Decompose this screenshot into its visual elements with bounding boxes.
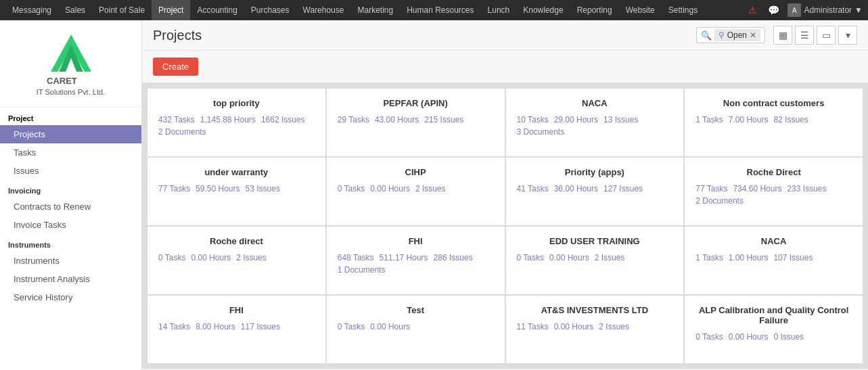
project-card[interactable]: FHI14 Tasks 8.00 Hours 117 Issues (147, 296, 325, 363)
project-title: PEPFAR (APIN) (338, 98, 494, 108)
nav-item-reporting[interactable]: Reporting (570, 0, 619, 20)
nav-item-knowledge[interactable]: Knowledge (516, 0, 570, 20)
project-title: under warranty (158, 167, 315, 177)
task-count: 41 Tasks (517, 184, 549, 193)
project-title: Non contract customers (695, 98, 852, 108)
project-stats: 11 Tasks 0.00 Hours 2 Issues (517, 322, 673, 331)
sidebar-item-tasks[interactable]: Tasks (0, 143, 141, 162)
nav-item-website[interactable]: Website (619, 0, 662, 20)
project-stats: 14 Tasks 8.00 Hours 117 Issues (158, 322, 315, 331)
project-card[interactable]: Roche Direct77 Tasks 734.60 Hours 233 Is… (685, 158, 863, 225)
project-title: Test (338, 305, 494, 315)
project-card[interactable]: under warranty77 Tasks 59.50 Hours 53 Is… (147, 158, 325, 225)
task-count: 1 Tasks (695, 253, 723, 262)
nav-item-settings[interactable]: Settings (662, 0, 704, 20)
sidebar-item-instrument-analysis[interactable]: Instrument Analysis (0, 270, 141, 288)
sidebar-item-invoice-tasks[interactable]: Invoice Tasks (0, 216, 141, 234)
view-kanban-button[interactable]: ▦ (773, 26, 792, 45)
project-title: CIHP (338, 167, 494, 177)
nav-item-hr[interactable]: Human Resources (400, 0, 480, 20)
admin-menu[interactable]: A Administrator ▼ (787, 3, 863, 17)
nav-item-purchases[interactable]: Purchases (244, 0, 296, 20)
task-count: 11 Tasks (517, 322, 549, 331)
nav-item-accounting[interactable]: Accounting (190, 0, 244, 20)
task-count: 14 Tasks (158, 322, 190, 331)
project-card[interactable]: top priority432 Tasks 1,145.88 Hours 166… (147, 89, 325, 156)
project-card[interactable]: Roche direct0 Tasks 0.00 Hours 2 Issues (147, 227, 325, 294)
nav-item-pos[interactable]: Point of Sale (92, 0, 152, 20)
doc-count: 3 Documents (517, 127, 673, 137)
doc-count: 1 Documents (338, 265, 494, 275)
project-stats: 77 Tasks 734.60 Hours 233 Issues (695, 184, 852, 193)
nav-item-messaging[interactable]: Messaging (5, 0, 58, 20)
project-card[interactable]: CIHP0 Tasks 0.00 Hours 2 Issues (327, 158, 505, 225)
project-card[interactable]: NACA10 Tasks 29.00 Hours 13 Issues3 Docu… (506, 89, 684, 156)
logo-area: CARET IT Solutions Pvt. Ltd. (0, 20, 141, 108)
nav-item-project[interactable]: Project (152, 0, 190, 20)
nav-item-warehouse[interactable]: Warehouse (296, 0, 351, 20)
sidebar-item-issues[interactable]: Issues (0, 162, 141, 180)
project-card[interactable]: Priority (apps)41 Tasks 36.00 Hours 127 … (506, 158, 684, 225)
project-stats: 0 Tasks 0.00 Hours (338, 322, 494, 331)
project-card[interactable]: ALP Calibration and Quality Control Fail… (685, 296, 863, 363)
project-title: Roche Direct (695, 167, 852, 177)
issue-count: 127 Issues (603, 184, 643, 193)
project-card[interactable]: Non contract customers1 Tasks 7.00 Hours… (685, 89, 863, 156)
admin-label: Administrator (804, 5, 852, 15)
sidebar-item-service-history[interactable]: Service History (0, 288, 141, 306)
top-nav-right: ⚠ 💬 A Administrator ▼ (746, 3, 863, 17)
content-header: Projects 🔍 ⚲ Open ✕ ▦ ☰ ▭ ▾ (142, 20, 868, 51)
filter-close-icon[interactable]: ✕ (750, 30, 756, 40)
sidebar-item-projects[interactable]: Projects (0, 125, 141, 143)
sidebar-section-invoicing: Invoicing Contracts to Renew Invoice Tas… (0, 180, 141, 234)
sidebar-item-contracts[interactable]: Contracts to Renew (0, 198, 141, 216)
task-count: 432 Tasks (158, 115, 195, 124)
project-stats: 0 Tasks 0.00 Hours 2 Issues (338, 184, 494, 193)
project-title: Roche direct (158, 236, 315, 246)
task-count: 10 Tasks (517, 115, 549, 124)
view-list-button[interactable]: ☰ (795, 26, 814, 45)
search-icon: 🔍 (701, 30, 712, 41)
nav-item-lunch[interactable]: Lunch (481, 0, 517, 20)
hours-count: 511.17 Hours (380, 253, 428, 262)
issue-count: 117 Issues (241, 322, 280, 331)
chat-icon[interactable]: 💬 (765, 5, 782, 16)
project-card[interactable]: EDD USER TRAINING0 Tasks 0.00 Hours 2 Is… (506, 227, 684, 294)
issue-count: 2 Issues (415, 184, 446, 193)
layout: CARET IT Solutions Pvt. Ltd. Project Pro… (0, 20, 868, 370)
doc-count: 2 Documents (158, 127, 315, 137)
project-card[interactable]: Test0 Tasks 0.00 Hours (327, 296, 505, 363)
project-card[interactable]: FHI648 Tasks 511.17 Hours 286 Issues1 Do… (327, 227, 505, 294)
issue-count: 0 Issues (773, 332, 804, 342)
nav-item-sales[interactable]: Sales (58, 0, 92, 20)
project-card[interactable]: PEPFAR (APIN)29 Tasks 43.00 Hours 215 Is… (327, 89, 505, 156)
alert-icon[interactable]: ⚠ (746, 5, 760, 16)
section-label-invoicing: Invoicing (0, 180, 141, 198)
hours-count: 43.00 Hours (375, 115, 419, 124)
sidebar-section-project: Project Projects Tasks Issues (0, 108, 141, 180)
issue-count: 82 Issues (773, 115, 808, 124)
task-count: 77 Tasks (158, 184, 190, 193)
issue-count: 2 Issues (595, 253, 625, 262)
task-count: 0 Tasks (695, 332, 723, 342)
company-logo: CARET (44, 31, 98, 85)
task-count: 648 Tasks (338, 253, 374, 262)
project-stats: 10 Tasks 29.00 Hours 13 Issues (517, 115, 673, 124)
project-title: NACA (517, 98, 673, 108)
sidebar-item-instruments[interactable]: Instruments (0, 252, 141, 270)
nav-item-marketing[interactable]: Marketing (350, 0, 400, 20)
project-title: NACA (695, 236, 852, 246)
issue-count: 286 Issues (434, 253, 473, 262)
search-bar[interactable]: 🔍 ⚲ Open ✕ (696, 27, 765, 43)
view-table-button[interactable]: ▭ (817, 26, 836, 45)
view-settings-button[interactable]: ▾ (838, 26, 857, 45)
project-card[interactable]: NACA1 Tasks 1.00 Hours 107 Issues (685, 227, 863, 294)
filter-label: Open (727, 30, 747, 40)
project-stats: 0 Tasks 0.00 Hours 0 Issues (695, 332, 852, 342)
project-card[interactable]: AT&S INVESTMENTS LTD11 Tasks 0.00 Hours … (506, 296, 684, 363)
project-title: FHI (338, 236, 494, 246)
hours-count: 1,145.88 Hours (200, 115, 256, 124)
avatar: A (787, 3, 801, 17)
create-button[interactable]: Create (153, 57, 198, 76)
filter-tag[interactable]: ⚲ Open ✕ (714, 29, 760, 41)
